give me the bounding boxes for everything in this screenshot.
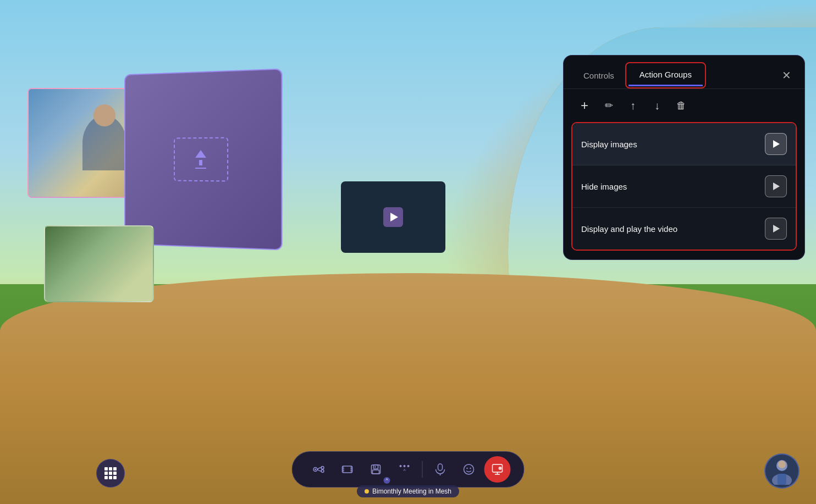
apps-icon (313, 463, 325, 475)
panel-close-button[interactable]: ✕ (778, 64, 796, 86)
scene-panels (11, 71, 396, 335)
grid-button[interactable] (96, 459, 125, 488)
svg-point-21 (499, 467, 502, 470)
play-icon (773, 182, 780, 190)
grid-icon (104, 467, 117, 479)
scene-play-button[interactable] (383, 207, 403, 227)
tab-action-groups[interactable]: Action Groups (628, 64, 703, 86)
svg-point-19 (470, 468, 471, 469)
emoji-button[interactable] (456, 456, 482, 483)
edit-icon: ✏ (605, 99, 613, 112)
user-avatar[interactable] (764, 453, 800, 489)
toolbar-separator-1 (422, 461, 423, 478)
media-button[interactable] (334, 456, 361, 483)
tab-controls[interactable]: Controls (572, 65, 625, 86)
svg-point-1 (315, 469, 316, 470)
action-item-hide-images[interactable]: Hide images (572, 165, 796, 208)
play-hide-images-button[interactable] (765, 175, 787, 197)
play-display-images-button[interactable] (765, 133, 787, 155)
svg-point-24 (778, 461, 786, 468)
svg-rect-5 (343, 466, 344, 473)
more-label-caret: ^ (403, 468, 405, 474)
panel-header: Controls Action Groups ✕ (564, 56, 804, 88)
play-filled-icon (773, 140, 780, 148)
action-item-label: Display images (581, 140, 765, 149)
trash-icon: 🗑 (676, 100, 686, 112)
mic-icon (435, 463, 446, 475)
action-list-container: Display images Hide images Display and p… (571, 122, 797, 251)
emoji-icon (463, 463, 475, 475)
more-icon (400, 465, 410, 467)
svg-point-18 (466, 468, 467, 469)
add-icon: + (581, 98, 588, 113)
svg-point-17 (464, 464, 474, 474)
share-icon (492, 463, 504, 475)
right-panel: Controls Action Groups ✕ + ✏ ↑ ↓ 🗑 Displ… (563, 55, 805, 260)
meeting-title: Bimonthly Meeting in Mesh (372, 488, 451, 495)
svg-rect-15 (438, 464, 443, 470)
share-button[interactable] (484, 456, 511, 483)
panel-toolbar: + ✏ ↑ ↓ 🗑 (564, 89, 804, 122)
action-item-label: Hide images (581, 182, 765, 191)
play-triangle-icon (390, 213, 398, 221)
upload-panel (124, 68, 283, 250)
move-up-button[interactable]: ↑ (623, 96, 643, 115)
meeting-badge: Bimonthly Meeting in Mesh (357, 485, 459, 497)
save-icon (370, 463, 382, 475)
scene-video-panel (341, 181, 445, 253)
action-item-label: Display and play the video (581, 224, 765, 234)
svg-point-3 (321, 470, 324, 473)
arrow-down-icon: ↓ (654, 99, 660, 112)
bottom-toolbar: ^ ^ (292, 451, 525, 488)
save-badge: ^ (384, 477, 390, 484)
svg-rect-6 (351, 466, 352, 473)
arrow-up-icon: ↑ (630, 99, 636, 112)
mic-button[interactable] (427, 456, 454, 483)
play-icon (773, 225, 780, 232)
save-button[interactable]: ^ (363, 456, 389, 483)
close-icon: ✕ (782, 69, 791, 81)
media-icon (341, 463, 354, 475)
move-down-button[interactable]: ↓ (647, 96, 667, 115)
more-button[interactable]: ^ (392, 456, 418, 483)
apps-button[interactable] (306, 456, 332, 483)
photo-couch (44, 225, 154, 302)
svg-point-2 (321, 467, 324, 469)
delete-action-button[interactable]: 🗑 (671, 96, 691, 115)
play-display-video-button[interactable] (765, 218, 787, 240)
action-item-display-play-video[interactable]: Display and play the video (572, 208, 796, 250)
add-action-button[interactable]: + (575, 96, 594, 115)
tab-action-groups-wrapper: Action Groups (625, 62, 706, 88)
meeting-status-dot (365, 489, 369, 494)
action-item-display-images[interactable]: Display images (572, 123, 796, 165)
svg-rect-13 (373, 470, 379, 474)
svg-rect-25 (778, 474, 786, 485)
upload-area (174, 137, 228, 182)
avatar-svg (770, 457, 794, 485)
svg-rect-12 (374, 465, 378, 469)
edit-action-button[interactable]: ✏ (599, 96, 619, 115)
